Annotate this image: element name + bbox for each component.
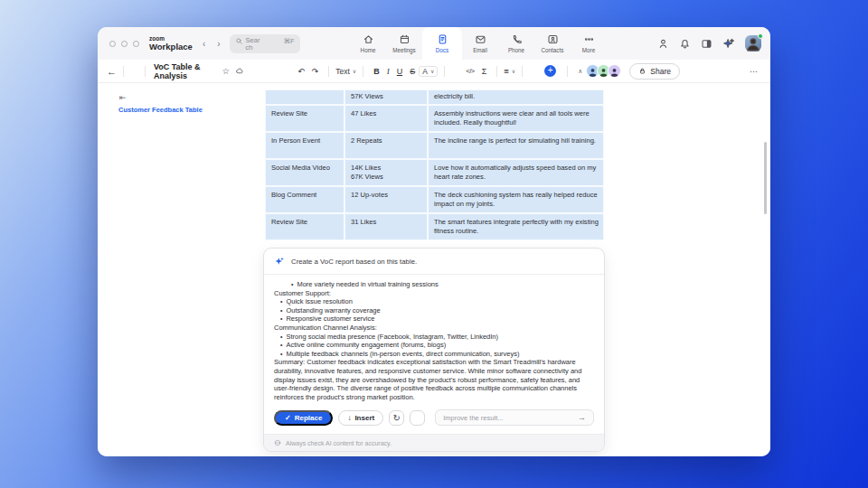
table-row: 57K Viewselectricity bill. [265, 89, 604, 105]
docs-icon [437, 33, 448, 45]
redo-button[interactable]: ↷ [308, 67, 323, 76]
outline-item-customer-feedback-table[interactable]: Customer Feedback Table [118, 106, 203, 114]
close-window-button[interactable] [109, 41, 116, 47]
vertical-scrollbar[interactable] [764, 142, 767, 214]
nav-tab-docs[interactable]: Docs [422, 27, 462, 60]
titlebar: zoom Workplace ‹ › Search ⌘F Home Meetin… [98, 27, 770, 60]
chevron-down-icon: ∨ [353, 68, 356, 74]
nav-tab-meetings[interactable]: Meetings [386, 27, 422, 60]
table-cell[interactable]: Blog Comment [265, 186, 344, 213]
undo-button[interactable]: ↶ [294, 67, 308, 76]
maximize-window-button[interactable] [133, 41, 139, 47]
table-cell[interactable]: The deck cushioning system has really he… [428, 186, 604, 213]
table-cell[interactable]: Love how it automatically adjusts speed … [428, 159, 604, 186]
font-color-dropdown[interactable]: A∨ [419, 66, 438, 77]
table-cell[interactable]: Review Site [265, 213, 344, 240]
favorite-star-icon[interactable]: ☆ [222, 66, 231, 76]
ai-report-text: Communication Channel Analysis: [274, 324, 594, 333]
collaborator-avatars [586, 64, 621, 78]
table-cell[interactable]: 47 Likes [344, 105, 428, 132]
italic-button[interactable]: I [383, 67, 393, 76]
mail-icon [475, 33, 486, 45]
home-icon [363, 33, 374, 45]
submit-arrow-icon[interactable]: → [578, 413, 586, 422]
table-cell[interactable] [265, 89, 344, 105]
notifications-bell-icon[interactable] [679, 38, 691, 50]
doc-home-icon[interactable] [130, 66, 138, 77]
share-button[interactable]: Share [629, 63, 680, 80]
table-cell[interactable]: The incline range is perfect for simulat… [428, 132, 604, 159]
nav-tab-more[interactable]: More [571, 27, 607, 60]
collaborator-avatar[interactable] [608, 64, 621, 78]
ai-report-bullet: •Outstanding warranty coverage [274, 306, 594, 315]
improve-result-input[interactable]: Improve the result... → [435, 409, 594, 426]
zoom-workplace-window: zoom Workplace ‹ › Search ⌘F Home Meetin… [98, 27, 770, 456]
table-row: Review Site31 LikesThe smart features in… [265, 213, 604, 240]
table-cell[interactable]: Assembly instructions were clear and all… [428, 105, 604, 132]
underline-button[interactable]: U [393, 67, 407, 76]
zoom-workplace-logo: zoom Workplace [149, 36, 193, 52]
collapse-outline-icon[interactable]: ⇤ [119, 93, 127, 102]
table-cell[interactable]: 12 Up-votes [344, 186, 428, 213]
table-cell[interactable]: 2 Repeats [344, 132, 428, 159]
ai-report-bullet: •Responsive customer service [274, 314, 594, 324]
table-cell[interactable]: 14K Likes 67K Views [344, 159, 428, 186]
calendar-icon [399, 33, 410, 45]
delete-result-button[interactable] [410, 410, 425, 426]
ai-report-bullet: •Active online community engagement (for… [274, 341, 594, 350]
table-cell[interactable]: 57K Views [344, 89, 428, 105]
side-panel-toggle-icon[interactable] [701, 38, 712, 50]
table-cell[interactable]: electricity bill. [428, 89, 604, 105]
bullet-dot: • [280, 350, 282, 359]
nav-tab-home[interactable]: Home [350, 27, 386, 60]
chat-icon[interactable] [708, 66, 719, 77]
insert-button[interactable]: ↓ Insert [338, 410, 383, 426]
ai-disclaimer-icon [274, 439, 281, 446]
brand-workplace: Workplace [149, 42, 193, 52]
comment-icon[interactable] [529, 66, 540, 77]
ai-report-text: Customer Support: [274, 289, 594, 298]
search-shortcut: ⌘F [283, 37, 294, 45]
globe-icon[interactable] [727, 66, 738, 77]
alignment-dropdown[interactable]: ≡∨ [504, 66, 515, 76]
down-arrow-icon: ↓ [347, 414, 351, 422]
replace-button[interactable]: ✓ Replace [274, 410, 333, 426]
collapse-toolbar-button[interactable]: ∧ [574, 68, 586, 75]
table-cell[interactable]: 31 Likes [344, 213, 428, 240]
table-cell[interactable]: Social Media Video [265, 159, 344, 186]
doc-title: VoC Table & Analysis [154, 62, 218, 80]
user-avatar[interactable] [745, 35, 761, 52]
toolbar-more-button[interactable]: ⋯ [746, 67, 761, 76]
minimize-window-button[interactable] [121, 41, 127, 47]
back-button[interactable]: ← [107, 66, 117, 77]
nav-tab-email[interactable]: Email [462, 27, 498, 60]
code-block-button[interactable]: </> [462, 67, 477, 75]
table-cell[interactable]: Review Site [265, 105, 344, 132]
link-icon[interactable] [451, 66, 462, 77]
improve-placeholder: Improve the result... [443, 414, 503, 422]
bullet-dot: • [280, 306, 282, 315]
phone-icon [511, 33, 523, 45]
history-forward-button[interactable]: › [217, 39, 220, 49]
formula-button[interactable]: Σ [478, 67, 491, 76]
history-back-button[interactable]: ‹ [203, 39, 205, 49]
search-input[interactable]: Search ⌘F [230, 34, 300, 53]
ai-insert-button[interactable]: + [544, 65, 556, 77]
nav-tab-phone[interactable]: Phone [498, 27, 534, 60]
regenerate-button[interactable]: ↻ [389, 410, 404, 426]
bold-button[interactable]: B [370, 67, 383, 76]
ai-report-body: •More variety needed in virtual training… [264, 275, 604, 404]
refresh-icon: ↻ [392, 413, 400, 423]
table-cell[interactable]: In Person Event [265, 132, 344, 159]
formatting-tools: ↶ ↷ Text∨ B I U S A∨ </> Σ ≡∨ + ∧ [294, 65, 586, 77]
text-style-dropdown[interactable]: Text∨ [335, 67, 356, 76]
bullet-dot: • [280, 341, 282, 350]
video-call-icon[interactable] [688, 65, 700, 77]
strikethrough-button[interactable]: S [406, 67, 419, 76]
table-cell[interactable]: The smart features integrate perfectly w… [428, 213, 604, 240]
ai-companion-sparkle-icon[interactable] [722, 37, 735, 50]
bullet-dot: • [280, 333, 282, 342]
nav-tab-contacts[interactable]: Contacts [534, 27, 571, 60]
status-online-dot [758, 33, 763, 39]
profile-icon[interactable] [657, 38, 669, 50]
